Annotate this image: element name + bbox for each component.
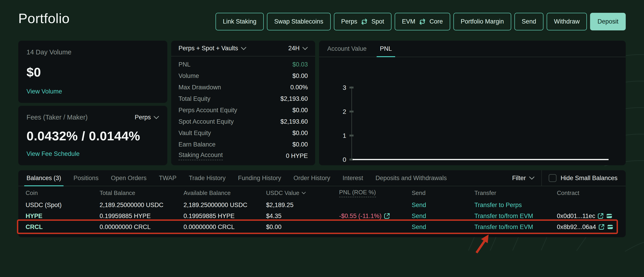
button-label: Portfolio Margin <box>461 18 504 25</box>
tab-label: Positions <box>74 174 99 182</box>
stat-row-pnl: PNL$0.03 <box>178 59 308 70</box>
filter-dropdown[interactable]: Filter <box>512 174 534 182</box>
stat-row-perps-equity: Perps Account Equity$0.00 <box>178 104 308 116</box>
chevron-down-icon <box>241 47 246 50</box>
fees-card-label: Fees (Taker / Maker) <box>26 114 88 121</box>
swap-icon <box>360 18 368 25</box>
usdc-value-cell: $0.00 <box>266 224 339 230</box>
send-link[interactable]: Send <box>412 202 474 209</box>
stat-value: 0.00% <box>290 84 308 91</box>
swap-icon <box>418 18 426 25</box>
stat-value: $0.00 <box>292 141 308 148</box>
tab-twap[interactable]: TWAP <box>159 170 176 186</box>
coin-cell[interactable]: HYPE <box>26 212 100 220</box>
coin-cell[interactable]: CRCL <box>26 224 100 230</box>
tab-interest[interactable]: Interest <box>342 170 363 186</box>
filter-label: Filter <box>512 174 526 182</box>
chevron-down-icon <box>529 176 534 180</box>
pnl-cell: -$0.55 (-11.1%) <box>339 212 412 220</box>
coin-cell: USDC (Spot) <box>26 202 100 209</box>
send-link[interactable]: Send <box>412 224 474 230</box>
send-link[interactable]: Send <box>412 212 474 220</box>
chevron-down-icon <box>154 116 159 119</box>
button-label: Withdraw <box>554 18 580 25</box>
send-button[interactable]: Send <box>514 13 544 30</box>
button-label: Send <box>522 18 536 25</box>
tab-open-orders[interactable]: Open Orders <box>111 170 146 186</box>
button-label: EVM <box>402 18 416 25</box>
button-label: Core <box>430 18 443 25</box>
wallet-icon[interactable] <box>606 213 612 219</box>
view-volume-link[interactable]: View Volume <box>26 88 159 95</box>
transfer-link[interactable]: Transfer to/from EVM <box>474 212 557 220</box>
stat-row-staking-account: Staking Account0 HYPE <box>178 150 308 162</box>
wallet-icon[interactable] <box>607 224 614 230</box>
period-selector-value: 24H <box>288 45 300 52</box>
hide-small-balances-checkbox[interactable] <box>549 174 556 182</box>
stat-value: $0.00 <box>292 72 308 80</box>
divider <box>542 170 542 186</box>
stat-label[interactable]: Staking Account <box>178 152 223 160</box>
tab-label: TWAP <box>159 174 176 182</box>
col-header-available-balance: Available Balance <box>184 190 266 196</box>
transfer-link[interactable]: Transfer to Perps <box>474 202 557 209</box>
withdraw-button[interactable]: Withdraw <box>547 13 587 30</box>
volume-card: 14 Day Volume $0 View Volume <box>18 41 167 103</box>
stat-value: $2,193.60 <box>280 95 308 102</box>
col-header-usdc-value[interactable]: USDC Value <box>266 190 339 196</box>
swap-stablecoins-button[interactable]: Swap Stablecoins <box>267 13 331 30</box>
total-balance-cell: 0.00000000 CRCL <box>100 224 184 230</box>
stat-value: $0.00 <box>292 130 308 137</box>
stat-label: Max Drawdown <box>178 84 221 91</box>
perps-spot-transfer-button[interactable]: Perps Spot <box>334 13 392 30</box>
button-label: Link Staking <box>223 18 256 25</box>
hide-small-balances-label: Hide Small Balances <box>560 174 618 182</box>
tab-label: Balances (3) <box>26 174 61 182</box>
tab-deposits-withdrawals[interactable]: Deposits and Withdrawals <box>376 170 447 186</box>
external-link-icon[interactable] <box>384 213 390 219</box>
scope-selector-value: Perps + Spot + Vaults <box>178 45 238 52</box>
external-link-icon[interactable] <box>598 213 604 219</box>
stat-label: Perps Account Equity <box>178 107 237 114</box>
tab-label: Account Value <box>327 45 366 52</box>
col-header-contract: Contract <box>557 190 620 196</box>
portfolio-margin-button[interactable]: Portfolio Margin <box>454 13 511 30</box>
stat-row-max-drawdown: Max Drawdown0.00% <box>178 82 308 93</box>
stat-label: Vault Equity <box>178 130 211 137</box>
tab-label: PNL <box>380 45 392 52</box>
evm-core-transfer-button[interactable]: EVM Core <box>395 13 450 30</box>
available-balance-cell: 0.00000000 CRCL <box>184 224 266 230</box>
view-fee-schedule-link[interactable]: View Fee Schedule <box>26 150 159 158</box>
col-header-pnl[interactable]: PNL (ROE %) <box>339 189 412 197</box>
usdc-value-cell: $2,189.25 <box>266 202 339 209</box>
link-staking-button[interactable]: Link Staking <box>216 13 264 30</box>
stat-value: $2,193.60 <box>280 118 308 125</box>
tab-trade-history[interactable]: Trade History <box>189 170 226 186</box>
tab-balances[interactable]: Balances (3) <box>26 170 61 186</box>
tab-order-history[interactable]: Order History <box>294 170 330 186</box>
fees-market-selector[interactable]: Perps <box>134 114 159 121</box>
tab-pnl[interactable]: PNL <box>380 41 392 57</box>
stat-value: $0.03 <box>292 61 308 68</box>
tab-positions[interactable]: Positions <box>74 170 99 186</box>
tab-funding-history[interactable]: Funding History <box>238 170 281 186</box>
tab-account-value[interactable]: Account Value <box>327 41 366 57</box>
scope-selector[interactable]: Perps + Spot + Vaults <box>178 45 246 52</box>
stat-row-earn-balance: Earn Balance$0.00 <box>178 139 308 150</box>
col-header-coin: Coin <box>26 190 100 196</box>
stat-row-volume: Volume$0.00 <box>178 70 308 82</box>
stats-card: Perps + Spot + Vaults 24H PNL$0.03 Volum… <box>171 41 315 165</box>
sort-chevron-icon <box>302 192 306 194</box>
pnl-chart: 3 2 1 0 <box>319 57 626 165</box>
available-balance-cell: 0.19959885 HYPE <box>184 212 266 220</box>
transfer-link[interactable]: Transfer to/from EVM <box>474 224 557 230</box>
usdc-value-cell: $4.35 <box>266 212 339 220</box>
external-link-icon[interactable] <box>598 224 605 230</box>
deposit-button[interactable]: Deposit <box>590 13 626 30</box>
fees-card: Fees (Taker / Maker) Perps 0.0432% / 0.0… <box>18 106 167 165</box>
y-axis-tick: 2 <box>342 108 346 115</box>
volume-value: $0 <box>26 65 159 80</box>
stat-label: Total Equity <box>178 95 210 102</box>
header-actions: Link Staking Swap Stablecoins Perps Spot… <box>216 13 626 30</box>
period-selector[interactable]: 24H <box>288 45 308 52</box>
